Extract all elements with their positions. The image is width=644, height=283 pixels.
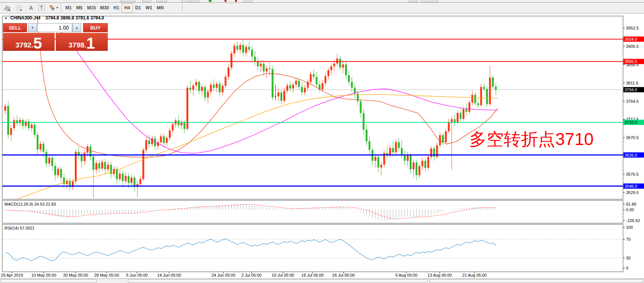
price-tick-label: 3576.5: [626, 172, 639, 176]
chart-title: ▲ CHINA300-,H4 3794.6 3806.8 3791.6 3794…: [4, 15, 104, 21]
rsi-tick-label: 30: [626, 256, 631, 260]
buy-button[interactable]: BUY: [83, 23, 108, 32]
macd-tick-label: -105.92: [626, 218, 640, 223]
price-tick-label: 3811.5: [626, 81, 638, 85]
sell-button[interactable]: SELL: [3, 23, 27, 32]
time-tick-label: 5 Aug 05:00: [396, 273, 418, 277]
chart-text-annotation: 多空转折点3710: [469, 128, 593, 151]
time-tick-label: 14 Jun 05:00: [157, 273, 181, 277]
sell-price-display[interactable]: 3792. 5: [3, 33, 55, 51]
price-tick-label: 3670.5: [626, 135, 639, 140]
time-tick-label: 10 Jul 05:00: [272, 273, 294, 277]
price-tick-label: 3952.5: [626, 26, 639, 30]
buy-price-main: 3798.: [68, 41, 86, 49]
status-bar-segment: [1, 279, 97, 283]
sell-price-main: 3792.: [16, 41, 34, 49]
price-badge-label: 3710.0: [625, 120, 637, 124]
time-tick-label: 24 Jun 05:00: [211, 273, 235, 277]
volume-input[interactable]: 1.00: [37, 23, 72, 32]
time-tick-label: 10 May 05:00: [31, 273, 57, 277]
status-bar: [0, 279, 644, 283]
price-badge-label: 3626.0: [625, 153, 637, 157]
time-tick-label: 28 May 05:00: [94, 273, 119, 277]
volume-increase-button[interactable]: ▲: [72, 23, 81, 32]
time-tick-label: 18 Jul 05:00: [301, 273, 324, 277]
price-tick-label: 3905.5: [626, 44, 639, 49]
time-tick-label: 21 Aug 05:00: [463, 273, 487, 277]
collapse-chart-arrow[interactable]: ▲: [4, 16, 7, 19]
one-click-trading-panel: SELL ▼ 1.00 ▲ BUY 3792. 5 3798. 1: [3, 23, 108, 32]
time-tick-label: 2 Jul 05:00: [241, 273, 262, 277]
buy-price-pips: 1: [86, 37, 95, 50]
macd-tick-label: 0.00: [626, 207, 634, 212]
price-badge-label: 3866.5: [625, 59, 637, 64]
chart-ohlc-values: 3794.6 3806.8 3791.6 3794.0: [45, 15, 104, 21]
price-badge-label: 3794.0: [625, 87, 637, 92]
macd-indicator-label: MACD(12,26,9) 24.53 22.83: [4, 202, 56, 206]
mt4-window: E F A T M1 M5 M15: [0, 0, 644, 283]
rsi-indicator-label: RSI(14) 57.0921: [4, 226, 35, 230]
status-bar-segment: [429, 279, 643, 283]
rsi-tick-label: 100: [626, 225, 633, 230]
volume-decrease-button[interactable]: ▼: [28, 23, 37, 32]
rsi-tick-label: 0: [626, 266, 628, 270]
price-badge-label: 3546.0: [625, 184, 637, 188]
chart-symbol: CHINA300-,H4: [10, 15, 40, 21]
rsi-tick-label: 70: [626, 237, 631, 242]
price-badge-label: 3924.0: [625, 37, 637, 41]
time-tick-label: 20 May 05:00: [63, 273, 88, 277]
status-bar-segment: [128, 279, 428, 283]
buy-price-display[interactable]: 3798. 1: [56, 33, 108, 51]
time-tick-label: 29 Apr 2019: [1, 273, 23, 277]
time-tick-label: 13 Aug 05:00: [428, 273, 452, 277]
time-tick-label: 26 Jul 05:00: [332, 273, 355, 277]
time-axis: 29 Apr 201910 May 05:0020 May 05:0028 Ma…: [1, 272, 486, 277]
time-tick-label: 5 Jun 05:00: [126, 273, 148, 277]
price-tick-label: 3764.5: [626, 99, 639, 104]
price-tick-label: 3529.5: [626, 190, 639, 195]
macd-tick-label: 61.86: [626, 202, 637, 206]
sell-price-pips: 5: [33, 37, 42, 50]
